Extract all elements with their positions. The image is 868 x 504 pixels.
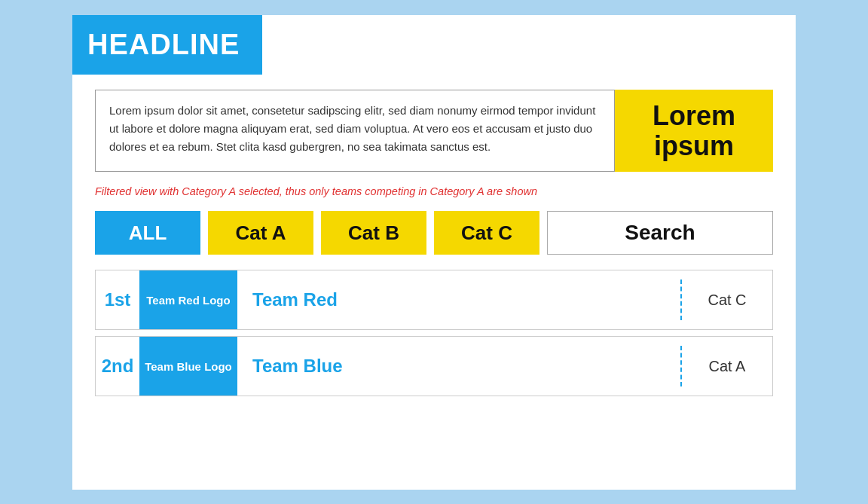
filter-notice: Filtered view with Category A selected, … [95, 185, 773, 197]
team-logo-1: Team Red Logo [139, 270, 237, 329]
team-logo-2: Team Blue Logo [139, 337, 237, 396]
search-button[interactable]: Search [547, 211, 773, 255]
cat-a-button[interactable]: Cat A [208, 211, 313, 255]
team-name-2: Team Blue [237, 337, 680, 396]
cat-c-button[interactable]: Cat C [434, 211, 539, 255]
all-button[interactable]: ALL [95, 211, 200, 255]
filter-notice-text: Filtered view with Category A selected, … [95, 185, 537, 197]
header-banner: HEADLINE [72, 15, 262, 75]
category-row: ALL Cat A Cat B Cat C Search [95, 211, 773, 255]
headline-title: HEADLINE [87, 29, 240, 60]
main-container: HEADLINE Lorem ipsum dolor sit amet, con… [72, 15, 796, 490]
team-category-2: Cat A [682, 337, 772, 396]
team-rank-2: 2nd [96, 337, 139, 396]
team-rank-1: 1st [96, 270, 139, 329]
team-category-1: Cat C [682, 270, 772, 329]
team-name-1: Team Red [237, 270, 680, 329]
team-row: 2nd Team Blue Logo Team Blue Cat A [95, 336, 773, 396]
cat-b-button[interactable]: Cat B [321, 211, 426, 255]
yellow-highlight-text: Lorem ipsum [626, 101, 762, 160]
content-area: Lorem ipsum dolor sit amet, consetetur s… [72, 75, 796, 417]
intro-text-box: Lorem ipsum dolor sit amet, consetetur s… [95, 90, 615, 172]
yellow-highlight-box: Lorem ipsum [615, 90, 773, 172]
intro-body-text: Lorem ipsum dolor sit amet, consetetur s… [109, 104, 595, 153]
top-section: Lorem ipsum dolor sit amet, consetetur s… [95, 90, 773, 172]
team-row: 1st Team Red Logo Team Red Cat C [95, 270, 773, 330]
